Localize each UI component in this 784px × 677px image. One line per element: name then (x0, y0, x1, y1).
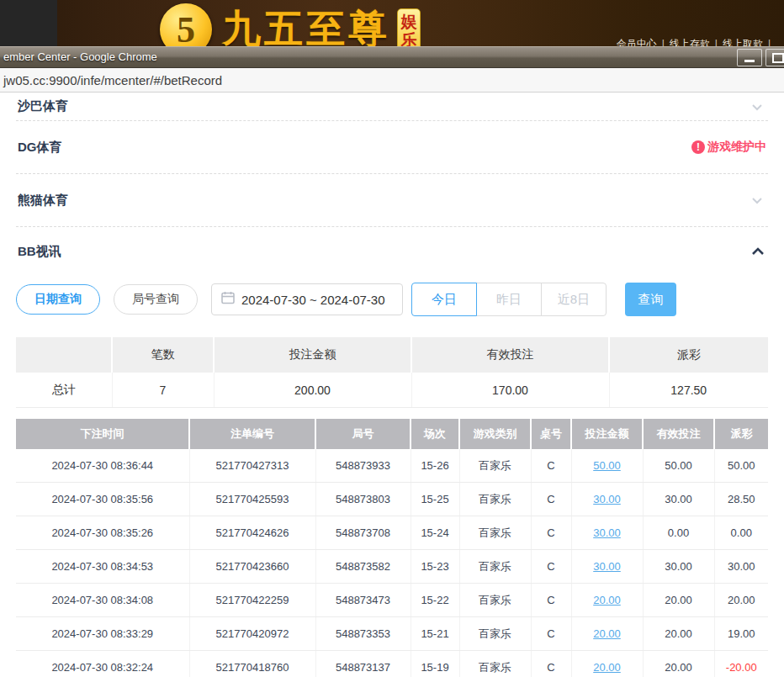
bet-table-cell: 548873473 (315, 584, 411, 617)
bet-amount-link[interactable]: 30.00 (593, 493, 621, 505)
bet-table-cell: 15-19 (411, 651, 459, 677)
bet-table-cell: 548873803 (315, 483, 411, 516)
nav-member-center[interactable]: 会员中心 (617, 38, 657, 46)
bet-table-cell: 百家乐 (459, 617, 531, 651)
bet-table-row: 2024-07-30 08:35:26521770424626548873708… (16, 516, 768, 550)
date-range-input[interactable]: 2024-07-30 ~ 2024-07-30 (211, 283, 403, 315)
site-banner: 5 九五至尊 娱 乐 会员中心|线上存款|线上取款| (0, 0, 784, 46)
bet-table-cell: 548873933 (315, 449, 411, 483)
bet-table-cell: C (531, 617, 571, 651)
nav-deposit[interactable]: 线上存款 (670, 38, 710, 46)
bet-table-cell: 0.00 (714, 516, 768, 550)
section-panda-sport[interactable]: 熊猫体育 (16, 174, 768, 227)
bet-table-cell: 百家乐 (459, 483, 531, 516)
maximize-button[interactable] (765, 49, 784, 66)
chevron-up-icon[interactable] (751, 246, 763, 257)
bet-table-cell: 20.00 (571, 651, 643, 677)
bet-table-cell: 548873353 (315, 617, 411, 651)
summary-total-row: 总计 7 200.00 170.00 127.50 (16, 373, 768, 408)
bet-table-row: 2024-07-30 08:36:44521770427313548873933… (16, 449, 768, 483)
summary-bet-amount-value: 200.00 (214, 373, 411, 408)
bet-table-row: 2024-07-30 08:34:08521770422259548873473… (16, 584, 768, 617)
summary-header-blank (16, 337, 112, 373)
summary-count-value: 7 (112, 373, 214, 408)
bet-table-cell: 19.00 (714, 617, 768, 651)
section-saba-sport[interactable]: 沙巴体育 (16, 93, 768, 121)
today-tab[interactable]: 今日 (411, 283, 477, 316)
bet-table-row: 2024-07-30 08:32:24521770418760548873137… (16, 651, 768, 677)
bet-table-cell: 15-23 (411, 550, 459, 584)
bet-table-body: 2024-07-30 08:36:44521770427313548873933… (16, 449, 768, 677)
bet-table-cell: C (531, 584, 571, 617)
nav-separator: | (768, 38, 771, 46)
top-nav-links: 会员中心|线上存款|线上取款| (613, 37, 772, 46)
quick-range-group: 今日 昨日 近8日 (411, 283, 607, 316)
last-8-days-tab[interactable]: 近8日 (541, 283, 607, 316)
bet-table-cell: 百家乐 (459, 584, 531, 617)
bet-table-cell: 521770418760 (189, 651, 315, 677)
header-bet-time: 下注时间 (16, 419, 189, 449)
filter-bar: 日期查询 局号查询 2024-07-30 ~ 2024-07-30 今日 昨日 … (16, 282, 768, 317)
minimize-button[interactable] (737, 49, 762, 66)
bet-table-cell: 2024-07-30 08:32:24 (16, 651, 189, 677)
warning-icon: ! (691, 140, 705, 154)
chevron-down-icon[interactable] (751, 194, 763, 206)
bet-amount-link[interactable]: 30.00 (593, 526, 621, 539)
logo-circle-icon: 5 (160, 3, 212, 46)
summary-header-payout: 派彩 (609, 337, 768, 373)
bet-table-cell: C (531, 449, 571, 483)
bet-amount-link[interactable]: 20.00 (593, 627, 621, 640)
summary-total-label: 总计 (16, 373, 112, 408)
section-bb-video[interactable]: BB视讯 (16, 227, 768, 276)
bet-table-cell: C (531, 550, 571, 584)
window-controls (737, 49, 784, 66)
header-bet-amount: 投注金额 (571, 419, 643, 449)
minimize-icon (744, 60, 755, 62)
bet-table-cell: C (531, 483, 571, 516)
yesterday-tab[interactable]: 昨日 (476, 283, 542, 316)
bet-table-cell: 15-22 (411, 584, 459, 617)
bet-amount-link[interactable]: 20.00 (593, 661, 621, 674)
nav-withdraw[interactable]: 线上取款 (723, 38, 763, 46)
bet-table-cell: 50.00 (643, 449, 714, 483)
bet-table-cell: 30.00 (714, 550, 768, 584)
window-titlebar[interactable]: ember Center - Google Chrome (0, 46, 784, 68)
bet-table-cell: 2024-07-30 08:36:44 (16, 449, 189, 483)
browser-url-bar[interactable]: jw05.cc:9900/infe/mcenter/#/betRecord (0, 68, 784, 93)
bet-table-cell: 百家乐 (459, 651, 531, 677)
header-round-number: 局号 (315, 419, 411, 449)
bet-amount-link[interactable]: 30.00 (593, 560, 621, 573)
bet-table-cell: 521770423660 (189, 550, 315, 584)
bet-table-cell: 2024-07-30 08:34:08 (16, 584, 189, 617)
section-dg-sport[interactable]: DG体育 ! 游戏维护中 (16, 121, 768, 174)
bet-table-cell: 521770422259 (189, 584, 315, 617)
summary-table: 笔数 投注金额 有效投注 派彩 总计 7 200.00 170.00 127.5… (16, 337, 768, 408)
bet-amount-link[interactable]: 50.00 (593, 459, 621, 472)
section-label: BB视讯 (18, 244, 61, 260)
window-title: ember Center - Google Chrome (3, 50, 157, 63)
logo-title: 九五至尊 (222, 3, 390, 46)
header-payout: 派彩 (714, 419, 768, 449)
round-query-tab[interactable]: 局号查询 (114, 284, 198, 315)
bet-table-cell: 28.50 (714, 483, 768, 516)
bet-table-cell: 2024-07-30 08:34:53 (16, 550, 189, 584)
header-valid-bet: 有效投注 (643, 419, 714, 449)
logo-entertainment-badge: 娱 乐 (397, 8, 421, 46)
nav-separator: | (715, 38, 718, 46)
bet-table-cell: 548873708 (315, 516, 411, 550)
search-button[interactable]: 查询 (625, 283, 676, 316)
bet-table-cell: 15-26 (411, 449, 459, 483)
section-label: DG体育 (18, 140, 62, 156)
calendar-icon (221, 291, 235, 308)
bet-table-cell: 521770420972 (189, 617, 315, 651)
bet-table-cell: 548873137 (315, 651, 411, 677)
banner-left-strip (0, 0, 57, 46)
date-query-tab[interactable]: 日期查询 (16, 284, 100, 315)
bet-table-cell: 百家乐 (459, 449, 531, 483)
url-text: jw05.cc:9900/infe/mcenter/#/betRecord (3, 73, 222, 87)
chevron-down-icon[interactable] (751, 101, 763, 113)
bet-table-cell: C (531, 516, 571, 550)
date-range-value: 2024-07-30 ~ 2024-07-30 (241, 293, 385, 307)
bet-amount-link[interactable]: 20.00 (593, 594, 621, 606)
maintenance-text: 游戏维护中 (707, 140, 766, 155)
